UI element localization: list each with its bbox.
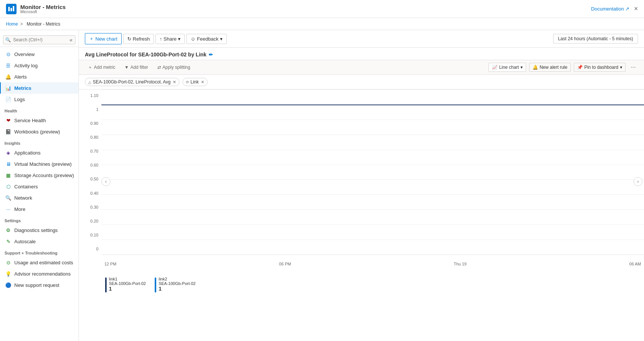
- sidebar-item-applications[interactable]: ◈ Applications: [0, 147, 78, 158]
- sidebar-label-applications: Applications: [14, 150, 41, 156]
- sidebar-item-diagnostics[interactable]: ⚙ Diagnostics settings: [0, 224, 78, 236]
- share-icon: ↑: [160, 36, 162, 42]
- workbooks-icon: 📓: [5, 129, 11, 135]
- sidebar-item-usage-costs[interactable]: ⊙ Usage and estimated costs: [0, 257, 78, 268]
- sidebar-item-storage[interactable]: ▦ Storage Accounts (preview): [0, 170, 78, 181]
- svg-rect-1: [11, 8, 12, 11]
- chart-y-axis: 1.10 1 0.90 0.80 0.70 0.60 0.50 0.40 0.3…: [79, 89, 101, 255]
- x-label-4: 06 AM: [629, 262, 641, 266]
- chart-type-chevron: ▾: [520, 65, 523, 70]
- sidebar-item-network[interactable]: 🔍 Network: [0, 192, 78, 203]
- refresh-icon: ↻: [127, 36, 131, 42]
- y-label-8: 0.40: [79, 191, 101, 196]
- sidebar-item-metrics[interactable]: 📊 Metrics: [0, 82, 78, 94]
- sidebar-label-new-support: New support request: [14, 282, 59, 288]
- sidebar-item-new-support[interactable]: 🔵 New support request: [0, 279, 78, 291]
- grid-line: [101, 194, 644, 195]
- applications-icon: ◈: [5, 150, 11, 156]
- sidebar-label-activity-log: Activity log: [14, 63, 38, 68]
- sidebar-label-autoscale: Autoscale: [14, 239, 36, 244]
- chart-nav-right-button[interactable]: ›: [633, 177, 642, 186]
- sidebar-item-containers[interactable]: ⬡ Containers: [0, 181, 78, 192]
- sidebar-collapse-button[interactable]: «: [69, 37, 72, 43]
- sidebar-label-diagnostics: Diagnostics settings: [14, 227, 58, 233]
- sidebar-label-overview: Overview: [14, 52, 35, 57]
- overview-icon: ⊙: [5, 51, 11, 57]
- legend-color-link2: [155, 277, 156, 293]
- feedback-icon: ☺: [190, 36, 195, 42]
- more-options-button[interactable]: ···: [629, 62, 638, 72]
- time-range-button[interactable]: Last 24 hours (Automatic - 5 minutes): [553, 34, 638, 44]
- sidebar-label-more: More: [14, 206, 26, 212]
- activity-log-icon: ☰: [5, 62, 11, 68]
- legend-value-link2: 1: [158, 286, 195, 292]
- x-label-1: 12 PM: [104, 262, 116, 266]
- apply-splitting-button[interactable]: ⇄ Apply splitting: [154, 63, 193, 71]
- sidebar-item-more[interactable]: ··· More: [0, 203, 78, 215]
- metric-pill-close[interactable]: ✕: [173, 80, 176, 85]
- edit-title-icon[interactable]: ✏: [209, 52, 213, 58]
- grid-line: [101, 224, 644, 225]
- diagnostics-icon: ⚙: [5, 227, 11, 233]
- service-health-icon: ❤: [5, 117, 11, 123]
- chart-nav-left-button[interactable]: ‹: [101, 177, 110, 186]
- sidebar-item-virtual-machines[interactable]: 🖥 Virtual Machines (preview): [0, 158, 78, 170]
- legend-label-link1: link1 SEA-100Gb-Port-02: [109, 277, 146, 286]
- sidebar-label-workbooks: Workbooks (preview): [14, 129, 60, 135]
- breadcrumb-separator: >: [20, 21, 23, 27]
- grid-line: [101, 89, 644, 90]
- new-chart-button[interactable]: ＋ New chart: [85, 33, 122, 44]
- line-chart-icon: 📈: [492, 65, 498, 70]
- sidebar-item-logs[interactable]: 📄 Logs: [0, 94, 78, 105]
- documentation-link[interactable]: Documentation ↗: [591, 6, 629, 12]
- section-insights-label: Insights: [0, 137, 78, 147]
- plus-icon: ＋: [89, 35, 94, 42]
- autoscale-icon: ✎: [5, 238, 11, 244]
- legend-item-link2: link2 SEA-100Gb-Port-02 1: [155, 277, 195, 293]
- sidebar-item-overview[interactable]: ⊙ Overview: [0, 48, 78, 60]
- app-branding: Monitor - Metrics Microsoft: [6, 4, 66, 14]
- share-button[interactable]: ↑ Share ▾: [155, 34, 185, 44]
- link-pill-close[interactable]: ✕: [201, 80, 204, 85]
- pin-to-dashboard-button[interactable]: 📌 Pin to dashboard ▾: [574, 63, 626, 72]
- search-input[interactable]: [3, 35, 75, 44]
- network-icon: 🔍: [5, 195, 11, 201]
- y-label-2: 1: [79, 107, 101, 112]
- section-settings-label: Settings: [0, 215, 78, 224]
- sidebar-item-workbooks[interactable]: 📓 Workbooks (preview): [0, 126, 78, 137]
- new-alert-rule-button[interactable]: 🔔 New alert rule: [529, 63, 571, 72]
- chart-type-button[interactable]: 📈 Line chart ▾: [489, 63, 526, 72]
- metric-pill[interactable]: △ SEA-100Gb-Port-02, LineProtocol, Avg ✕: [85, 78, 179, 86]
- sidebar: 🔍 « ⊙ Overview ☰ Activity log 🔔 Alerts 📊…: [0, 30, 79, 341]
- y-label-10: 0.20: [79, 219, 101, 223]
- add-metric-button[interactable]: ＋ Add metric: [85, 63, 118, 72]
- legend-label-link2: link2 SEA-100Gb-Port-02: [158, 277, 195, 286]
- add-filter-button[interactable]: ▼ Add filter: [121, 63, 151, 71]
- link-pill[interactable]: ⟳ Link ✕: [182, 78, 208, 86]
- support-icon: 🔵: [5, 282, 11, 288]
- sidebar-label-storage: Storage Accounts (preview): [14, 173, 74, 178]
- close-button[interactable]: ×: [634, 5, 638, 13]
- breadcrumb-home[interactable]: Home: [6, 21, 18, 27]
- feedback-chevron-icon: ▾: [220, 36, 223, 42]
- chart-controls: ＋ Add metric ▼ Add filter ⇄ Apply splitt…: [79, 60, 644, 75]
- feedback-button[interactable]: ☺ Feedback ▾: [186, 34, 226, 44]
- logs-icon: 📄: [5, 96, 11, 102]
- sidebar-item-advisor[interactable]: 💡 Advisor recommendations: [0, 268, 78, 279]
- sidebar-item-activity-log[interactable]: ☰ Activity log: [0, 60, 78, 71]
- alerts-icon: 🔔: [5, 74, 11, 80]
- svg-rect-0: [8, 7, 10, 11]
- sidebar-item-alerts[interactable]: 🔔 Alerts: [0, 71, 78, 82]
- more-icon: ···: [5, 206, 11, 212]
- chart-header: Avg LineProtocol for SEA-100Gb-Port-02 b…: [79, 48, 644, 60]
- sidebar-label-advisor: Advisor recommendations: [14, 271, 71, 277]
- legend-color-link1: [105, 277, 107, 293]
- add-filter-icon: ▼: [124, 65, 129, 70]
- section-support-label: Support + Troubleshooting: [0, 247, 78, 257]
- sidebar-item-service-health[interactable]: ❤ Service Health: [0, 115, 78, 126]
- sidebar-item-autoscale[interactable]: ✎ Autoscale: [0, 236, 78, 247]
- chart-legend: link1 SEA-100Gb-Port-02 1 link2 SEA-100G…: [79, 274, 644, 296]
- search-icon: 🔍: [5, 37, 11, 42]
- y-label-9: 0.30: [79, 205, 101, 209]
- refresh-button[interactable]: ↻ Refresh: [123, 34, 154, 44]
